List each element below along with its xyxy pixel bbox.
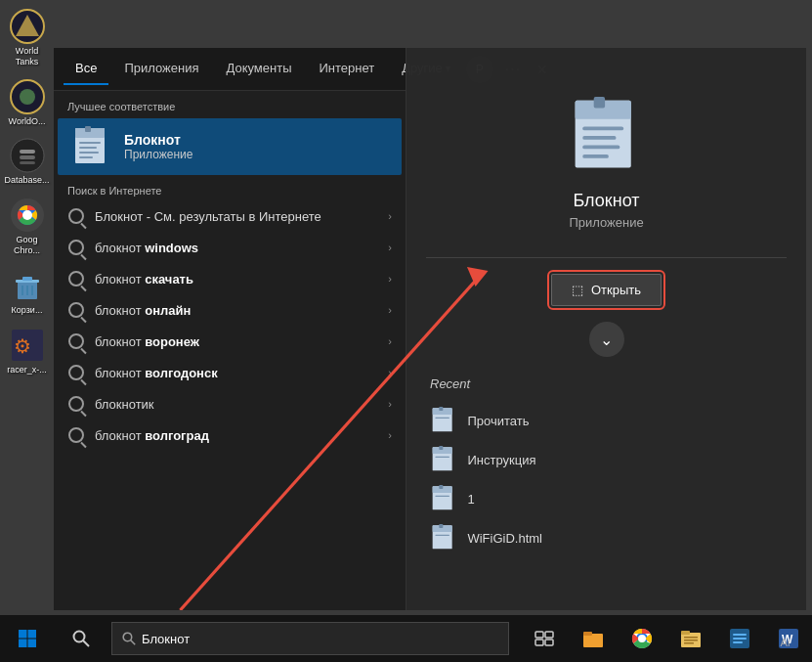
svg-point-67	[638, 635, 646, 642]
svg-rect-24	[79, 156, 93, 158]
open-icon: ⬚	[572, 283, 583, 297]
svg-rect-53	[19, 640, 27, 648]
svg-rect-30	[582, 146, 620, 150]
recent-item-name-0: Прочитать	[467, 414, 529, 428]
search-result-text-7: блокнот волгоград	[95, 428, 388, 443]
svg-rect-39	[436, 457, 450, 458]
svg-rect-48	[440, 524, 444, 528]
search-input[interactable]	[142, 632, 498, 646]
tab-apps[interactable]: Приложения	[112, 53, 210, 85]
recent-item-name-3: WiFiGiD.html	[467, 531, 542, 546]
svg-rect-44	[440, 485, 444, 489]
svg-rect-76	[733, 641, 743, 643]
search-result-icon-1	[67, 239, 85, 256]
svg-rect-40	[440, 446, 444, 450]
chevron-down-icon: ⌄	[600, 331, 613, 349]
chevron-right-icon-6: ›	[388, 398, 392, 410]
svg-rect-28	[582, 126, 623, 130]
start-menu: Все Приложения Документы Интернет Другие…	[0, 48, 801, 615]
svg-rect-47	[436, 535, 450, 536]
chevron-right-icon-1: ›	[388, 242, 392, 253]
svg-point-57	[123, 633, 132, 641]
search-result-0[interactable]: Блокнот - См. результаты в Интернете ›	[54, 200, 406, 232]
tab-web[interactable]: Интернет	[307, 53, 386, 85]
svg-rect-71	[684, 640, 698, 641]
ai-text: Ai	[758, 623, 812, 662]
search-result-1[interactable]: блокнот windows ›	[54, 232, 406, 263]
search-bar-icon	[122, 632, 136, 645]
task-view-button[interactable]	[521, 615, 568, 662]
recent-item-1[interactable]: Инструкция	[426, 440, 786, 479]
search-result-text-3: блокнот онлайн	[95, 303, 388, 318]
svg-rect-74	[733, 634, 747, 636]
search-result-4[interactable]: блокнот воронеж ›	[54, 326, 406, 357]
search-result-icon-2	[67, 270, 85, 287]
task-view-icon	[534, 629, 554, 648]
recent-item-2[interactable]: 1	[426, 479, 786, 518]
search-result-icon-4	[67, 332, 85, 350]
recent-notepad-icon-0	[430, 407, 457, 434]
notepad-icon-large	[71, 126, 112, 167]
svg-rect-62	[545, 640, 553, 645]
app-preview-notepad-icon	[568, 97, 646, 175]
search-result-text-4: блокнот воронеж	[95, 334, 388, 349]
start-button[interactable]	[0, 615, 54, 662]
chevron-right-icon-5: ›	[388, 367, 392, 378]
recent-item-0[interactable]: Прочитать	[426, 401, 786, 440]
svg-rect-69	[681, 631, 690, 635]
taskbar-chrome-button[interactable]	[619, 615, 665, 662]
tab-all[interactable]: Все	[64, 53, 108, 85]
svg-rect-51	[19, 630, 27, 639]
svg-line-58	[131, 640, 136, 645]
file-explorer-button[interactable]	[570, 615, 617, 662]
search-panel: Все Приложения Документы Интернет Другие…	[54, 48, 406, 610]
taskbar-search-bar[interactable]	[111, 622, 509, 655]
search-result-text-2: блокнот скачать	[95, 272, 388, 287]
recent-notepad-icon-2	[430, 485, 457, 512]
tab-docs[interactable]: Документы	[214, 53, 303, 85]
svg-line-56	[83, 640, 89, 646]
svg-rect-25	[85, 126, 91, 132]
scroll-down-button[interactable]: ⌄	[589, 322, 624, 357]
svg-rect-23	[79, 152, 99, 154]
search-result-2[interactable]: блокнот скачать ›	[54, 263, 406, 294]
search-result-text-6: блокнотик	[95, 397, 388, 412]
search-result-icon-6	[67, 395, 85, 413]
recent-item-name-2: 1	[467, 492, 474, 507]
chevron-right-icon-7: ›	[388, 429, 392, 441]
svg-rect-60	[545, 632, 553, 638]
search-result-icon-0	[67, 207, 85, 225]
search-result-7[interactable]: блокнот волгоград ›	[54, 419, 406, 451]
search-result-icon-7	[67, 426, 85, 444]
search-result-text-0: Блокнот - См. результаты в Интернете	[95, 209, 388, 224]
svg-point-55	[73, 632, 84, 642]
app-preview-name: Блокнот	[573, 191, 639, 211]
chevron-right-icon-2: ›	[388, 273, 392, 285]
best-match-item[interactable]: Блокнот Приложение	[58, 118, 402, 175]
open-label: Открыть	[591, 283, 641, 297]
recent-notepad-icon-1	[430, 446, 457, 473]
recent-notepad-icon-3	[430, 524, 457, 552]
svg-rect-22	[79, 147, 97, 149]
web-search-label: Поиск в Интернете	[54, 175, 406, 200]
search-icon	[72, 630, 90, 647]
search-result-3[interactable]: блокнот онлайн ›	[54, 294, 406, 326]
best-match-type: Приложение	[124, 148, 192, 161]
taskbar-files-button[interactable]	[667, 615, 714, 662]
taskbar-search-button[interactable]	[54, 615, 107, 662]
svg-rect-59	[535, 632, 543, 638]
best-match-name: Блокнот	[124, 132, 192, 148]
taskbar-app1-icon	[729, 628, 750, 649]
search-result-6[interactable]: блокнотик ›	[54, 388, 406, 419]
taskbar-app1-button[interactable]	[716, 615, 763, 662]
svg-rect-32	[593, 97, 604, 108]
search-result-icon-5	[67, 364, 85, 381]
best-match-info: Блокнот Приложение	[124, 132, 192, 161]
svg-rect-64	[583, 632, 592, 636]
recent-item-3[interactable]: WiFiGiD.html	[426, 518, 786, 557]
open-button[interactable]: ⬚ Открыть	[551, 274, 662, 306]
taskbar-files-icon	[680, 628, 702, 649]
search-result-5[interactable]: блокнот волгодонск ›	[54, 357, 406, 388]
svg-rect-61	[535, 640, 543, 645]
svg-rect-36	[440, 407, 444, 411]
